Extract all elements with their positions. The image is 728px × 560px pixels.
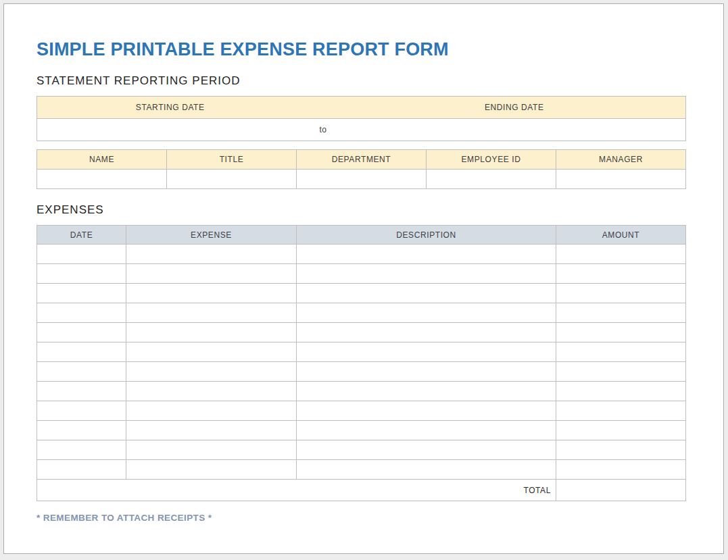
expense-cell[interactable] bbox=[126, 245, 297, 264]
column-header-date: DATE bbox=[37, 226, 126, 245]
expense-cell[interactable] bbox=[556, 362, 686, 382]
ending-date-cell[interactable] bbox=[343, 119, 686, 141]
expense-cell[interactable] bbox=[556, 421, 686, 440]
expense-cell[interactable] bbox=[297, 401, 556, 421]
expense-row bbox=[37, 401, 686, 421]
expense-cell[interactable] bbox=[126, 284, 297, 303]
expense-cell[interactable] bbox=[297, 264, 556, 284]
expense-cell[interactable] bbox=[556, 323, 686, 342]
expense-cell[interactable] bbox=[556, 245, 686, 264]
manager-cell[interactable] bbox=[556, 170, 686, 189]
expense-row bbox=[37, 382, 686, 401]
document-page: SIMPLE PRINTABLE EXPENSE REPORT FORM STA… bbox=[3, 3, 724, 554]
expense-cell[interactable] bbox=[126, 460, 297, 480]
expense-cell[interactable] bbox=[126, 303, 297, 323]
expense-cell[interactable] bbox=[126, 362, 297, 382]
expense-cell[interactable] bbox=[556, 382, 686, 401]
expense-cell[interactable] bbox=[556, 460, 686, 480]
expense-cell[interactable] bbox=[297, 460, 556, 480]
expense-cell[interactable] bbox=[126, 440, 297, 460]
expense-cell[interactable] bbox=[37, 382, 126, 401]
column-header-description: DESCRIPTION bbox=[297, 226, 556, 245]
employee-info-table: NAME TITLE DEPARTMENT EMPLOYEE ID MANAGE… bbox=[37, 149, 686, 189]
expense-cell[interactable] bbox=[126, 323, 297, 342]
expense-row bbox=[37, 342, 686, 362]
expenses-table: DATE EXPENSE DESCRIPTION AMOUNT TOTAL bbox=[37, 225, 686, 501]
expense-cell[interactable] bbox=[37, 284, 126, 303]
expense-row bbox=[37, 245, 686, 264]
expense-cell[interactable] bbox=[297, 362, 556, 382]
expense-cell[interactable] bbox=[297, 382, 556, 401]
expense-cell[interactable] bbox=[297, 421, 556, 440]
expense-row bbox=[37, 303, 686, 323]
expense-cell[interactable] bbox=[126, 421, 297, 440]
expense-row bbox=[37, 284, 686, 303]
expense-cell[interactable] bbox=[556, 264, 686, 284]
expenses-header-row: DATE EXPENSE DESCRIPTION AMOUNT bbox=[37, 226, 686, 245]
expense-cell[interactable] bbox=[556, 284, 686, 303]
expense-cell[interactable] bbox=[556, 440, 686, 460]
expense-cell[interactable] bbox=[556, 401, 686, 421]
expense-cell[interactable] bbox=[297, 342, 556, 362]
column-header-name: NAME bbox=[37, 150, 167, 170]
expense-cell[interactable] bbox=[37, 440, 126, 460]
column-header-manager: MANAGER bbox=[556, 150, 686, 170]
column-header-starting-date: STARTING DATE bbox=[37, 97, 304, 119]
expense-cell[interactable] bbox=[37, 264, 126, 284]
expense-cell[interactable] bbox=[37, 245, 126, 264]
column-header-title: TITLE bbox=[167, 150, 297, 170]
starting-date-cell[interactable] bbox=[37, 119, 304, 141]
expense-cell[interactable] bbox=[37, 421, 126, 440]
column-header-employee-id: EMPLOYEE ID bbox=[427, 150, 556, 170]
expense-cell[interactable] bbox=[126, 264, 297, 284]
expense-row bbox=[37, 323, 686, 342]
expense-cell[interactable] bbox=[126, 382, 297, 401]
expense-cell[interactable] bbox=[37, 362, 126, 382]
employee-id-cell[interactable] bbox=[427, 170, 556, 189]
date-range-separator: to bbox=[304, 119, 343, 141]
expense-cell[interactable] bbox=[297, 245, 556, 264]
reporting-period-table: STARTING DATE ENDING DATE to bbox=[37, 96, 686, 141]
expense-row bbox=[37, 460, 686, 480]
expense-cell[interactable] bbox=[37, 323, 126, 342]
document-title: SIMPLE PRINTABLE EXPENSE REPORT FORM bbox=[37, 39, 688, 60]
expenses-total-row: TOTAL bbox=[37, 480, 686, 501]
expense-cell[interactable] bbox=[297, 284, 556, 303]
reporting-period-header-row: STARTING DATE ENDING DATE bbox=[37, 97, 686, 119]
column-header-ending-date: ENDING DATE bbox=[343, 97, 686, 119]
expense-cell[interactable] bbox=[37, 303, 126, 323]
column-header-spacer bbox=[304, 97, 343, 119]
employee-header-row: NAME TITLE DEPARTMENT EMPLOYEE ID MANAGE… bbox=[37, 150, 686, 170]
reporting-period-value-row: to bbox=[37, 119, 686, 141]
expense-cell[interactable] bbox=[556, 303, 686, 323]
column-header-department: DEPARTMENT bbox=[297, 150, 427, 170]
expense-cell[interactable] bbox=[297, 323, 556, 342]
receipts-reminder: * REMEMBER TO ATTACH RECEIPTS * bbox=[37, 513, 688, 523]
expense-row bbox=[37, 421, 686, 440]
total-label-cell: TOTAL bbox=[37, 480, 556, 501]
expense-cell[interactable] bbox=[126, 342, 297, 362]
total-amount-cell[interactable] bbox=[556, 480, 686, 501]
expense-cell[interactable] bbox=[37, 460, 126, 480]
section-heading-expenses: EXPENSES bbox=[37, 203, 688, 217]
column-header-expense: EXPENSE bbox=[126, 226, 297, 245]
name-cell[interactable] bbox=[37, 170, 167, 189]
department-cell[interactable] bbox=[297, 170, 427, 189]
section-heading-reporting-period: STATEMENT REPORTING PERIOD bbox=[37, 74, 688, 88]
expense-cell[interactable] bbox=[37, 401, 126, 421]
expense-cell[interactable] bbox=[297, 303, 556, 323]
expense-row bbox=[37, 440, 686, 460]
expense-row bbox=[37, 264, 686, 284]
expenses-table-body bbox=[37, 245, 686, 480]
column-header-amount: AMOUNT bbox=[556, 226, 686, 245]
expense-cell[interactable] bbox=[126, 401, 297, 421]
expense-cell[interactable] bbox=[556, 342, 686, 362]
title-cell[interactable] bbox=[167, 170, 297, 189]
employee-value-row bbox=[37, 170, 686, 189]
expense-cell[interactable] bbox=[297, 440, 556, 460]
expense-row bbox=[37, 362, 686, 382]
expense-cell[interactable] bbox=[37, 342, 126, 362]
